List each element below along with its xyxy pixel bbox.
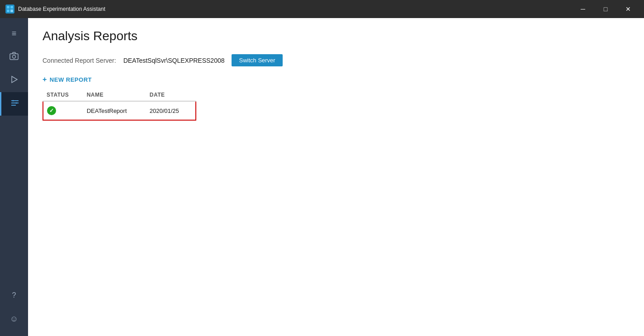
- switch-server-button[interactable]: Switch Server: [232, 54, 282, 66]
- help-icon: ?: [12, 291, 16, 299]
- reports-table: STATUS NAME DATE ✓ DEATestReport 2020/01…: [43, 89, 196, 121]
- analysis-icon: [10, 98, 20, 110]
- row-status: ✓: [43, 101, 83, 120]
- status-success-icon: ✓: [47, 106, 56, 115]
- sidebar-item-feedback[interactable]: ☺: [0, 307, 28, 331]
- svg-point-10: [12, 100, 14, 101]
- col-date: DATE: [146, 89, 196, 101]
- svg-marker-6: [12, 76, 17, 83]
- sidebar-item-replay[interactable]: [0, 69, 28, 92]
- page-title: Analysis Reports: [43, 29, 630, 43]
- close-button[interactable]: ✕: [618, 2, 639, 16]
- menu-icon: ≡: [12, 29, 17, 38]
- minimize-button[interactable]: ─: [573, 2, 593, 16]
- col-status: STATUS: [43, 89, 83, 101]
- sidebar: ≡: [0, 18, 28, 336]
- col-name: NAME: [83, 89, 146, 101]
- sidebar-item-help[interactable]: ?: [0, 284, 28, 307]
- server-bar: Connected Report Server: DEATestSqlSvr\S…: [43, 54, 630, 66]
- play-icon: [9, 75, 19, 86]
- feedback-icon: ☺: [10, 314, 18, 324]
- main-content: Analysis Reports Connected Report Server…: [28, 18, 644, 336]
- svg-point-5: [13, 55, 16, 58]
- new-report-button[interactable]: + NEW REPORT: [43, 75, 630, 84]
- sidebar-bottom: ? ☺: [0, 284, 28, 336]
- maximize-button[interactable]: □: [595, 2, 616, 16]
- row-date: 2020/01/25: [146, 101, 196, 120]
- window-controls: ─ □ ✕: [573, 2, 639, 16]
- sidebar-item-capture[interactable]: [0, 45, 28, 69]
- svg-point-11: [15, 102, 17, 103]
- sidebar-item-menu[interactable]: ≡: [0, 22, 28, 45]
- app-body: ≡: [0, 18, 644, 336]
- title-bar: Database Experimentation Assistant ─ □ ✕: [0, 0, 644, 18]
- app-icon: [5, 5, 14, 14]
- sidebar-item-analysis[interactable]: [0, 92, 28, 116]
- table-header-row: STATUS NAME DATE: [43, 89, 196, 101]
- server-label: Connected Report Server:: [43, 57, 116, 64]
- svg-rect-0: [7, 6, 9, 9]
- title-bar-left: Database Experimentation Assistant: [5, 5, 105, 14]
- svg-rect-3: [10, 9, 13, 12]
- plus-icon: +: [43, 75, 47, 84]
- app-title: Database Experimentation Assistant: [18, 6, 105, 12]
- camera-icon: [9, 51, 19, 63]
- table-row[interactable]: ✓ DEATestReport 2020/01/25: [43, 101, 196, 120]
- svg-rect-2: [7, 9, 9, 12]
- server-name: DEATestSqlSvr\SQLEXPRESS2008: [123, 57, 225, 64]
- new-report-label: NEW REPORT: [50, 76, 92, 83]
- svg-rect-4: [10, 54, 18, 60]
- svg-rect-1: [10, 6, 13, 9]
- row-name: DEATestReport: [83, 101, 146, 120]
